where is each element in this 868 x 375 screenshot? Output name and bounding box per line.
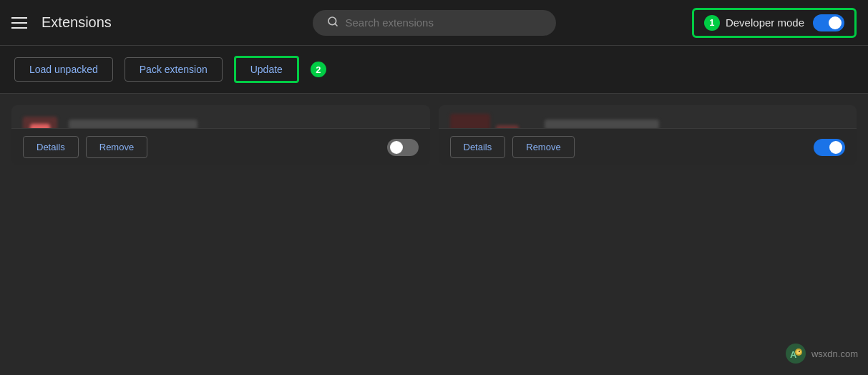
card1-toggle[interactable] [387, 139, 419, 156]
developer-mode-section: 1 Developer mode [692, 8, 857, 38]
step2-badge: 2 [311, 62, 326, 77]
search-icon [327, 16, 338, 30]
card2-toggle[interactable] [814, 139, 845, 156]
svg-point-5 [796, 350, 801, 354]
watermark-logo: A [784, 342, 807, 365]
card1-icon [30, 124, 50, 128]
extension-card-2: Details Remove [439, 105, 857, 165]
search-bar[interactable] [313, 10, 556, 36]
card2-toggle-thumb [829, 141, 842, 154]
card1-remove-button[interactable]: Remove [86, 136, 147, 158]
card1-title [69, 120, 198, 128]
app-title: Extensions [42, 14, 112, 31]
card-body-2 [439, 105, 857, 128]
card2-icon-bg2 [496, 125, 519, 128]
update-button[interactable]: Update [234, 56, 299, 83]
extensions-grid: Details Remove Details Remove [0, 94, 868, 177]
load-unpacked-button[interactable]: Load unpacked [14, 57, 113, 82]
svg-point-6 [799, 351, 800, 352]
watermark-text: wsxdn.com [811, 349, 858, 359]
card-body-1 [11, 105, 430, 128]
developer-mode-label: Developer mode [726, 16, 804, 29]
pack-extension-button[interactable]: Pack extension [125, 57, 223, 82]
header: Extensions 1 Developer mode [0, 0, 868, 46]
svg-line-1 [335, 24, 337, 26]
card2-icon-bg1 [450, 114, 490, 128]
card-footer-2: Details Remove [439, 128, 857, 165]
card2-details-button[interactable]: Details [450, 136, 506, 158]
watermark: A wsxdn.com [784, 342, 858, 365]
step1-badge: 1 [704, 15, 720, 31]
developer-mode-toggle[interactable] [813, 14, 844, 31]
card-footer-1: Details Remove [11, 128, 430, 165]
extension-card-1: Details Remove [11, 105, 430, 165]
search-input[interactable] [346, 16, 542, 29]
card2-remove-button[interactable]: Remove [512, 136, 574, 158]
hamburger-menu[interactable] [11, 17, 27, 29]
card2-title [545, 120, 659, 128]
card1-details-button[interactable]: Details [23, 136, 79, 158]
card1-toggle-thumb [390, 141, 403, 154]
toggle-slider [813, 14, 844, 31]
toolbar: Load unpacked Pack extension Update 2 [0, 46, 868, 94]
